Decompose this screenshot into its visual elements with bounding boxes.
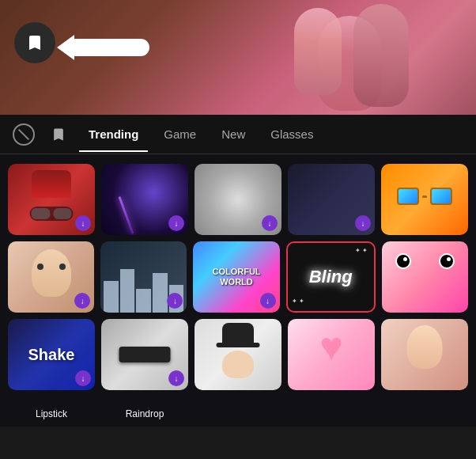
eye-right (59, 264, 66, 270)
beauty-face (407, 325, 443, 369)
tab-trending[interactable]: Trending (79, 123, 148, 146)
face-shape (32, 249, 71, 297)
cute-eye-left (395, 253, 411, 269)
saved-filters-button[interactable] (44, 120, 73, 149)
filter-laser[interactable]: ↓ (101, 164, 188, 235)
colorful-world-text: COLORFULWORLD (212, 267, 260, 287)
lens-left (397, 188, 419, 205)
glasses-graphic (397, 188, 452, 211)
bookmark-button[interactable] (14, 22, 55, 63)
filter-hat[interactable]: ↓ (8, 164, 95, 235)
glasses-frame (397, 188, 452, 205)
bling-stars-top: ✦ ✦ (355, 247, 368, 254)
tab-game[interactable]: Game (154, 123, 206, 146)
back-arrow-indicator (57, 35, 149, 60)
download-badge: ↓ (75, 370, 91, 386)
filter-labels-row: Lipstick Raindrop (0, 403, 476, 427)
gentleman-face (222, 351, 254, 378)
cute-eye-right (439, 253, 455, 269)
bling-stars-bottom: ✦ ✦ (292, 298, 304, 305)
laser-beam (119, 196, 134, 234)
arrow-body (74, 39, 149, 56)
face-eyes (37, 264, 66, 270)
eye-left (37, 264, 43, 270)
no-filter-icon (13, 123, 35, 146)
filter-colorful-world[interactable]: COLORFULWORLD ↓ (193, 241, 279, 313)
no-filter-button[interactable] (9, 120, 38, 149)
filter-shake[interactable]: Shake ↓ (8, 319, 95, 390)
label-lipstick: Lipstick (8, 406, 95, 422)
filter-heart[interactable]: ♥ (288, 319, 375, 390)
filter-gentleman[interactable] (195, 319, 281, 390)
filter-tab-bar: Trending Game New Glasses (0, 115, 476, 154)
filter-space[interactable]: ↓ (288, 164, 375, 235)
building-4 (153, 273, 168, 313)
download-badge: ↓ (75, 215, 91, 231)
filter-beauty[interactable] (381, 319, 468, 390)
cute-eyes (382, 253, 468, 269)
tab-glasses[interactable]: Glasses (261, 123, 323, 146)
eye-left (32, 208, 51, 219)
bookmark-icon (25, 33, 44, 52)
filter-flower[interactable]: ↓ (195, 164, 281, 235)
glasses-detail (30, 207, 74, 221)
download-badge: ↓ (168, 370, 184, 386)
lens-right (430, 188, 452, 205)
building-1 (104, 281, 119, 313)
label-raindrop: Raindrop (101, 406, 188, 422)
label-4 (288, 406, 375, 422)
download-badge: ↓ (262, 215, 278, 231)
heart-graphic: ♥ (319, 327, 343, 366)
hat-image (32, 170, 71, 198)
filters-grid: ↓ ↓ ↓ ↓ (0, 154, 476, 403)
filter-orange-glasses[interactable] (381, 164, 468, 235)
building-2 (120, 269, 135, 313)
download-badge: ↓ (168, 215, 184, 231)
download-badge: ↓ (260, 293, 276, 309)
arrow-head (57, 35, 74, 60)
filter-bling[interactable]: Bling ✦ ✦ ✦ ✦ (286, 241, 376, 313)
filter-sunglasses[interactable]: ↓ (101, 319, 188, 390)
tab-new[interactable]: New (212, 123, 255, 146)
filter-city[interactable]: ↓ (100, 241, 187, 313)
filter-cute[interactable] (382, 241, 468, 313)
filters-row-1: ↓ ↓ ↓ ↓ (8, 164, 468, 235)
building-3 (136, 289, 151, 313)
background-detail-3 (353, 4, 409, 107)
background-detail-2 (294, 8, 342, 95)
download-badge: ↓ (355, 215, 371, 231)
download-badge: ↓ (74, 293, 90, 309)
gentleman-hat-brim (217, 343, 260, 347)
sunglasses-graphic (119, 347, 171, 362)
bridge (422, 195, 427, 198)
bling-text: Bling (309, 267, 353, 287)
camera-preview (0, 0, 476, 115)
label-3 (195, 406, 281, 422)
eye-right (53, 208, 72, 219)
label-5 (381, 406, 468, 422)
shake-text: Shake (28, 346, 75, 364)
filter-face[interactable]: ↓ (8, 241, 94, 313)
filters-row-2: ↓ ↓ COLORFULWORLD ↓ Bling ✦ ✦ ✦ ✦ (8, 241, 468, 313)
filters-row-3: Shake ↓ ↓ ♥ (8, 319, 468, 390)
saved-bookmark-icon (51, 125, 66, 144)
